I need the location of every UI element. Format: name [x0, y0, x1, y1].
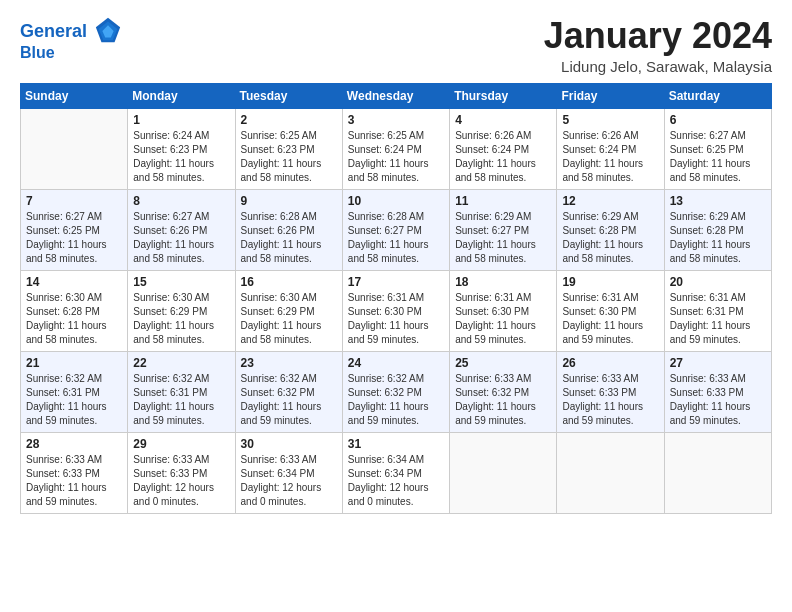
day-number: 31 [348, 437, 444, 451]
cell-info: Sunrise: 6:34 AM [348, 453, 444, 467]
cell-info: Daylight: 11 hours [455, 400, 551, 414]
calendar-cell: 25Sunrise: 6:33 AMSunset: 6:32 PMDayligh… [450, 351, 557, 432]
day-number: 17 [348, 275, 444, 289]
cell-info: Sunset: 6:24 PM [562, 143, 658, 157]
cell-info: Sunset: 6:24 PM [348, 143, 444, 157]
cell-info: Sunrise: 6:31 AM [348, 291, 444, 305]
day-number: 9 [241, 194, 337, 208]
cell-info: Daylight: 11 hours [348, 238, 444, 252]
cell-info: Sunrise: 6:27 AM [133, 210, 229, 224]
day-number: 11 [455, 194, 551, 208]
cell-info: Sunrise: 6:31 AM [562, 291, 658, 305]
day-number: 21 [26, 356, 122, 370]
cell-info: and 58 minutes. [26, 333, 122, 347]
day-number: 12 [562, 194, 658, 208]
logo-text: General [20, 20, 122, 44]
calendar-cell: 27Sunrise: 6:33 AMSunset: 6:33 PMDayligh… [664, 351, 771, 432]
cell-info: Sunrise: 6:33 AM [26, 453, 122, 467]
calendar-cell: 2Sunrise: 6:25 AMSunset: 6:23 PMDaylight… [235, 108, 342, 189]
cell-info: Sunrise: 6:33 AM [562, 372, 658, 386]
cell-info: Sunrise: 6:29 AM [455, 210, 551, 224]
calendar-cell: 18Sunrise: 6:31 AMSunset: 6:30 PMDayligh… [450, 270, 557, 351]
day-header-tuesday: Tuesday [235, 83, 342, 108]
cell-info: Daylight: 11 hours [133, 238, 229, 252]
calendar-cell: 6Sunrise: 6:27 AMSunset: 6:25 PMDaylight… [664, 108, 771, 189]
calendar-cell: 22Sunrise: 6:32 AMSunset: 6:31 PMDayligh… [128, 351, 235, 432]
day-header-thursday: Thursday [450, 83, 557, 108]
day-header-friday: Friday [557, 83, 664, 108]
cell-info: Sunrise: 6:32 AM [133, 372, 229, 386]
cell-info: Sunset: 6:26 PM [241, 224, 337, 238]
day-number: 7 [26, 194, 122, 208]
cell-info: Daylight: 12 hours [241, 481, 337, 495]
day-header-wednesday: Wednesday [342, 83, 449, 108]
cell-info: and 0 minutes. [241, 495, 337, 509]
calendar-cell: 29Sunrise: 6:33 AMSunset: 6:33 PMDayligh… [128, 432, 235, 513]
cell-info: and 0 minutes. [348, 495, 444, 509]
cell-info: Sunset: 6:33 PM [26, 467, 122, 481]
calendar-cell [664, 432, 771, 513]
day-number: 8 [133, 194, 229, 208]
calendar-cell: 24Sunrise: 6:32 AMSunset: 6:32 PMDayligh… [342, 351, 449, 432]
day-number: 23 [241, 356, 337, 370]
calendar-cell: 5Sunrise: 6:26 AMSunset: 6:24 PMDaylight… [557, 108, 664, 189]
day-number: 14 [26, 275, 122, 289]
day-number: 20 [670, 275, 766, 289]
cell-info: Sunset: 6:29 PM [241, 305, 337, 319]
cell-info: and 59 minutes. [26, 414, 122, 428]
cell-info: Sunset: 6:32 PM [348, 386, 444, 400]
cell-info: Sunrise: 6:33 AM [670, 372, 766, 386]
page-header: General Blue January 2024 Lidung Jelo, S… [20, 16, 772, 75]
cell-info: Sunrise: 6:29 AM [562, 210, 658, 224]
cell-info: and 0 minutes. [133, 495, 229, 509]
cell-info: Sunset: 6:25 PM [670, 143, 766, 157]
cell-info: and 59 minutes. [348, 414, 444, 428]
cell-info: Sunrise: 6:26 AM [562, 129, 658, 143]
cell-info: Daylight: 11 hours [241, 238, 337, 252]
cell-info: Daylight: 11 hours [562, 319, 658, 333]
calendar-cell: 1Sunrise: 6:24 AMSunset: 6:23 PMDaylight… [128, 108, 235, 189]
location: Lidung Jelo, Sarawak, Malaysia [544, 58, 772, 75]
cell-info: Daylight: 11 hours [455, 157, 551, 171]
cell-info: and 59 minutes. [670, 414, 766, 428]
cell-info: Sunrise: 6:32 AM [241, 372, 337, 386]
cell-info: and 59 minutes. [670, 333, 766, 347]
calendar-cell: 12Sunrise: 6:29 AMSunset: 6:28 PMDayligh… [557, 189, 664, 270]
cell-info: and 58 minutes. [26, 252, 122, 266]
day-number: 24 [348, 356, 444, 370]
cell-info: Sunset: 6:30 PM [348, 305, 444, 319]
cell-info: and 58 minutes. [241, 333, 337, 347]
cell-info: Daylight: 11 hours [455, 238, 551, 252]
cell-info: Daylight: 11 hours [241, 319, 337, 333]
cell-info: Sunrise: 6:33 AM [133, 453, 229, 467]
cell-info: Sunset: 6:27 PM [455, 224, 551, 238]
cell-info: Sunset: 6:29 PM [133, 305, 229, 319]
month-title: January 2024 [544, 16, 772, 56]
day-number: 6 [670, 113, 766, 127]
cell-info: Sunrise: 6:29 AM [670, 210, 766, 224]
day-number: 10 [348, 194, 444, 208]
cell-info: Daylight: 11 hours [241, 400, 337, 414]
calendar-cell: 26Sunrise: 6:33 AMSunset: 6:33 PMDayligh… [557, 351, 664, 432]
cell-info: Sunrise: 6:33 AM [241, 453, 337, 467]
calendar-cell: 30Sunrise: 6:33 AMSunset: 6:34 PMDayligh… [235, 432, 342, 513]
calendar-cell: 19Sunrise: 6:31 AMSunset: 6:30 PMDayligh… [557, 270, 664, 351]
cell-info: Sunset: 6:31 PM [26, 386, 122, 400]
cell-info: Daylight: 11 hours [26, 400, 122, 414]
calendar-cell: 13Sunrise: 6:29 AMSunset: 6:28 PMDayligh… [664, 189, 771, 270]
cell-info: and 58 minutes. [241, 171, 337, 185]
title-area: January 2024 Lidung Jelo, Sarawak, Malay… [544, 16, 772, 75]
cell-info: Sunset: 6:25 PM [26, 224, 122, 238]
day-number: 16 [241, 275, 337, 289]
cell-info: Sunset: 6:30 PM [455, 305, 551, 319]
cell-info: Daylight: 11 hours [133, 400, 229, 414]
calendar-cell: 28Sunrise: 6:33 AMSunset: 6:33 PMDayligh… [21, 432, 128, 513]
cell-info: Daylight: 11 hours [562, 157, 658, 171]
cell-info: Daylight: 11 hours [348, 319, 444, 333]
cell-info: Sunset: 6:34 PM [241, 467, 337, 481]
cell-info: Sunset: 6:32 PM [241, 386, 337, 400]
day-number: 15 [133, 275, 229, 289]
calendar-cell: 7Sunrise: 6:27 AMSunset: 6:25 PMDaylight… [21, 189, 128, 270]
cell-info: and 59 minutes. [455, 414, 551, 428]
cell-info: Sunset: 6:34 PM [348, 467, 444, 481]
